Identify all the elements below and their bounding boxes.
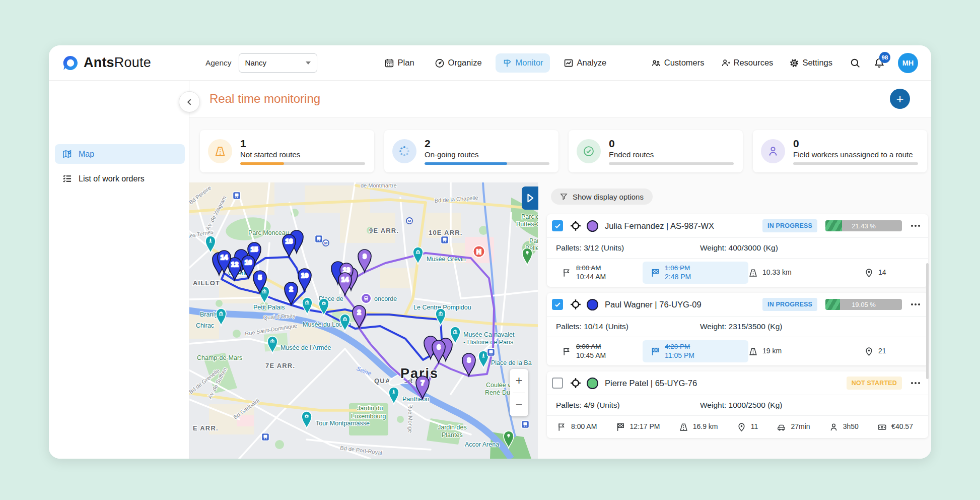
route-menu-button[interactable]	[910, 223, 921, 229]
map-label: Musée de l'Armée	[281, 344, 331, 351]
stat-value: 0	[609, 138, 734, 149]
route-pallets: Pallets: 3/12 (Units)	[556, 243, 700, 253]
show-display-options-button[interactable]: Show display options	[551, 189, 653, 205]
search-icon[interactable]	[850, 57, 861, 69]
check-circle-icon	[583, 145, 595, 157]
tab-analyze[interactable]: Analyze	[557, 53, 613, 73]
stat-value: 0	[793, 138, 918, 149]
sidebar-item-map[interactable]: Map	[55, 144, 185, 164]
route-menu-button[interactable]	[910, 380, 921, 386]
agency-select[interactable]: Nancy	[239, 53, 317, 73]
map-poi-metro[interactable]: M	[323, 240, 329, 246]
map-label: Parc Monceau	[248, 229, 289, 236]
map-label: 9E ARR.	[369, 227, 399, 234]
zoom-in-button[interactable]: +	[510, 369, 528, 393]
people-group-icon	[651, 58, 661, 68]
route-stat-finish-flag: 12:17 PM	[616, 422, 660, 432]
map-label: Musée Carnavalet	[463, 331, 515, 338]
add-button[interactable]: +	[890, 89, 910, 109]
svg-text:19: 19	[301, 272, 308, 279]
stat-card: 2 On-going routes	[384, 130, 558, 172]
agency-value: Nancy	[245, 58, 267, 67]
stat-icon-circle	[761, 139, 785, 163]
map-poi-transit[interactable]	[233, 192, 241, 200]
scrollbar-thumb[interactable]	[926, 263, 929, 379]
map-label: Tour Montparnasse	[316, 420, 370, 427]
stat-progress-track	[793, 162, 918, 165]
route-stat-text: 8:00 AM	[576, 264, 606, 273]
avatar[interactable]: MH	[898, 53, 918, 73]
svg-text:6: 6	[437, 343, 440, 351]
route-checkbox[interactable]	[552, 299, 563, 310]
chevron-down-icon	[306, 61, 311, 65]
brand-logo[interactable]: AntsRoute	[62, 54, 151, 72]
app: AntsRoute Agency Nancy PlanOrganizeMonit…	[0, 0, 980, 500]
route-stat-car: 27min	[777, 422, 810, 432]
route-stat-pin: 14	[864, 268, 886, 278]
collapse-sidebar-button[interactable]	[179, 91, 200, 112]
map-zoom-controls: + −	[510, 369, 528, 416]
map-poi-transit[interactable]	[487, 349, 495, 356]
stat-progress-track	[609, 162, 734, 165]
map-label: Petit Palais	[253, 304, 285, 311]
signpost-icon	[502, 58, 512, 68]
stat-value: 2	[425, 138, 549, 149]
map-label: Parc	[529, 237, 538, 244]
map-label: Chirac	[196, 322, 214, 329]
spinner-icon	[398, 145, 410, 157]
map-poi-metro[interactable]: M	[406, 218, 412, 224]
map-expand-button[interactable]	[522, 186, 538, 210]
route-menu-button[interactable]	[910, 301, 921, 307]
tab-label: Analyze	[577, 58, 607, 68]
route-stat-person: 3h50	[829, 422, 859, 432]
navlink-label: Settings	[802, 58, 832, 68]
stat-card: 0 Field workers unassigned to a route	[753, 130, 927, 172]
navlink-settings[interactable]: Settings	[789, 58, 832, 68]
person-icon	[767, 145, 779, 157]
notification-count-badge: 98	[879, 52, 890, 63]
locate-icon[interactable]	[570, 220, 582, 232]
funnel-icon	[560, 193, 568, 201]
route-name: Paul Wagner | 76-UYG-09	[605, 300, 702, 309]
tab-monitor[interactable]: Monitor	[496, 53, 550, 73]
car-icon	[777, 422, 786, 432]
route-checkbox[interactable]	[552, 220, 563, 231]
route-stat-pin: 11	[737, 422, 758, 432]
svg-text:M: M	[324, 241, 328, 245]
tab-plan[interactable]: Plan	[378, 53, 421, 73]
stat-label: On-going routes	[425, 150, 549, 159]
svg-text:2: 2	[357, 308, 361, 316]
map-poi-transit[interactable]	[522, 421, 529, 428]
tab-organize[interactable]: Organize	[428, 53, 488, 73]
route-color-dot	[587, 220, 598, 232]
flag-icon	[562, 268, 572, 278]
road-icon	[748, 347, 758, 356]
notifications-button[interactable]: 98	[874, 57, 885, 69]
toll-icon	[877, 422, 887, 432]
map-poi-transit[interactable]	[262, 433, 269, 441]
stat-label: Ended routes	[609, 150, 734, 159]
map-poi-transit[interactable]	[315, 235, 323, 243]
route-color-dot	[587, 299, 598, 310]
locate-icon[interactable]	[570, 377, 582, 389]
svg-text:14: 14	[341, 276, 349, 283]
route-stat-text: 8:00 AM	[576, 343, 606, 351]
stat-icon-circle	[577, 139, 601, 163]
sidebar-item-list-of-work-orders[interactable]: List of work orders	[55, 169, 185, 189]
map-poi-transit[interactable]	[441, 236, 449, 244]
map-poi-hospital[interactable]: H	[473, 246, 485, 258]
navlink-resources[interactable]: Resources	[721, 58, 774, 68]
zoom-out-button[interactable]: −	[510, 393, 528, 417]
calendar-icon	[384, 58, 394, 68]
chart-icon	[564, 58, 574, 68]
map-label: Accor Arena	[465, 441, 499, 448]
locate-icon[interactable]	[570, 298, 582, 310]
map[interactable]: text{font-family:"Liberation Sans","Deja…	[189, 182, 538, 459]
navlink-customers[interactable]: Customers	[651, 58, 705, 68]
map-label: Rue Monge	[407, 404, 413, 433]
map-poi-bus[interactable]	[361, 293, 371, 303]
route-name: Julia Fernandez | AS-987-WX	[605, 221, 714, 231]
status-badge: IN PROGRESS	[762, 298, 817, 311]
route-checkbox[interactable]	[552, 378, 563, 389]
route-stat-text: 10.33 km	[762, 268, 792, 277]
